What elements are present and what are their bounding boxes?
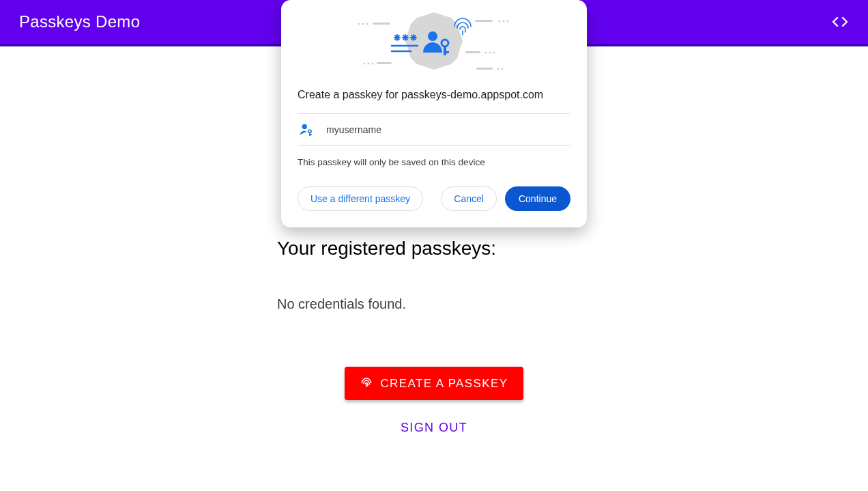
svg-rect-36	[444, 51, 449, 53]
svg-point-33	[428, 31, 437, 41]
svg-point-5	[503, 20, 505, 23]
passkey-dialog: Create a passkey for passkeys-demo.appsp…	[281, 0, 587, 227]
passkey-illustration	[281, 0, 587, 82]
svg-rect-7	[475, 20, 493, 22]
svg-rect-35	[444, 46, 446, 55]
dialog-title: Create a passkey for passkeys-demo.appsp…	[298, 89, 570, 101]
user-key-icon	[299, 122, 314, 137]
username-text: myusername	[326, 124, 381, 135]
svg-point-13	[489, 52, 491, 54]
svg-point-17	[502, 68, 504, 70]
create-passkey-button[interactable]: CREATE A PASSKEY	[345, 367, 523, 400]
svg-point-10	[372, 63, 374, 65]
svg-point-8	[364, 63, 366, 65]
use-different-passkey-button[interactable]: Use a different passkey	[298, 186, 423, 211]
continue-button[interactable]: Continue	[505, 186, 570, 211]
svg-point-14	[493, 52, 495, 54]
user-row: myusername	[298, 113, 570, 146]
svg-point-12	[485, 52, 487, 54]
dialog-actions: Use a different passkey Cancel Continue	[298, 186, 570, 211]
svg-point-1	[362, 23, 364, 25]
app-title: Passkeys Demo	[19, 12, 140, 31]
no-credentials-text: No credentials found.	[277, 296, 591, 312]
svg-rect-40	[309, 134, 312, 135]
dialog-note: This passkey will only be saved on this …	[298, 157, 570, 167]
section-title: Your registered passkeys:	[277, 238, 591, 259]
fingerprint-icon	[360, 375, 373, 392]
svg-point-0	[358, 23, 360, 25]
svg-rect-3	[373, 23, 390, 25]
dialog-body: Create a passkey for passkeys-demo.appsp…	[281, 82, 587, 227]
svg-point-4	[507, 20, 509, 23]
cancel-button[interactable]: Cancel	[441, 186, 497, 211]
svg-point-16	[497, 68, 500, 70]
code-icon[interactable]	[831, 15, 849, 29]
svg-point-9	[368, 63, 370, 65]
svg-point-6	[499, 20, 501, 23]
svg-rect-15	[465, 51, 480, 53]
svg-rect-18	[476, 68, 493, 70]
svg-point-2	[366, 23, 368, 25]
sign-out-button[interactable]: SIGN OUT	[401, 421, 467, 435]
create-passkey-label: CREATE A PASSKEY	[380, 377, 508, 391]
svg-rect-11	[377, 62, 392, 64]
svg-point-37	[302, 124, 307, 129]
